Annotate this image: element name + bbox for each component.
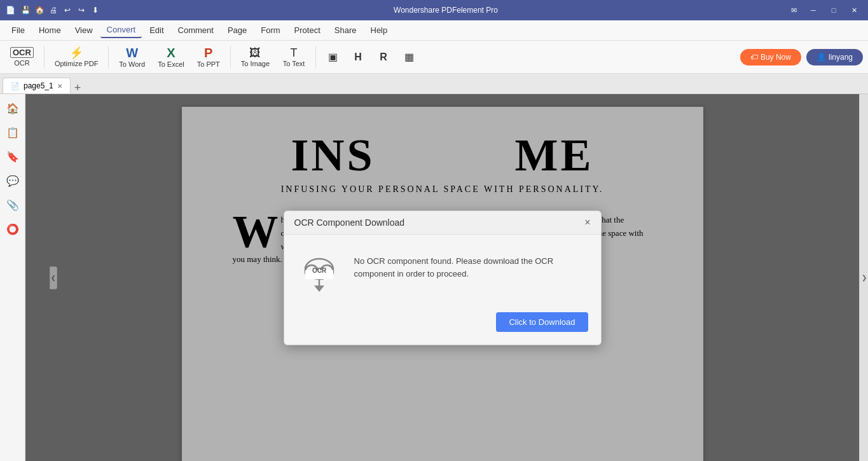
extra-btn-3[interactable]: R: [372, 43, 395, 71]
maximize-button[interactable]: □: [825, 4, 843, 17]
extra-icon-3: R: [380, 52, 387, 62]
left-panel-pages[interactable]: 📋: [4, 123, 22, 141]
undo-icon[interactable]: ↩: [62, 5, 72, 15]
extra-btn-1[interactable]: ▣: [321, 43, 344, 71]
settings-icon[interactable]: ⬇: [90, 5, 100, 15]
modal-close-button[interactable]: ×: [584, 217, 590, 228]
menu-file[interactable]: File: [5, 23, 31, 38]
svg-marker-7: [314, 286, 324, 292]
buy-now-button[interactable]: 🏷 Buy Now: [740, 49, 801, 65]
left-panel-attachments[interactable]: 📎: [4, 196, 22, 214]
title-bar-quick-access: 💾 🏠 🖨 ↩ ↪ ⬇: [20, 5, 100, 15]
svg-text:OCR: OCR: [312, 267, 326, 274]
content-area: INS ME INFUSING YOUR PERSONAL SPACE WITH…: [25, 94, 859, 461]
menu-share[interactable]: Share: [328, 23, 363, 38]
menu-page[interactable]: Page: [221, 23, 253, 38]
to-text-button[interactable]: T To Text: [277, 43, 310, 71]
excel-icon: X: [167, 46, 175, 59]
menu-home[interactable]: Home: [32, 23, 67, 38]
image-icon: 🖼: [249, 47, 261, 58]
close-button[interactable]: ✕: [845, 4, 863, 17]
tab-page5-1[interactable]: 📄 page5_1 ✕: [3, 78, 71, 93]
ocr-button[interactable]: OCR OCR: [5, 43, 39, 71]
to-image-button[interactable]: 🖼 To Image: [236, 43, 275, 71]
modal-footer: Click to Download: [284, 307, 601, 345]
cloud-ocr-icon: OCR: [300, 251, 338, 292]
user-icon: 👤: [816, 53, 826, 62]
extra-icon-1: ▣: [328, 52, 338, 62]
menu-convert[interactable]: Convert: [100, 22, 142, 38]
tab-bar: 📄 page5_1 ✕ +: [0, 74, 868, 94]
main-layout: 🏠 📋 🔖 💬 📎 ⭕ ❮ INS ME INFUSING YOUR PERSO…: [0, 94, 868, 461]
save-icon[interactable]: 💾: [20, 5, 31, 15]
toolbar-separator-3: [230, 46, 231, 69]
extra-btn-2[interactable]: H: [347, 43, 369, 71]
ocr-icon: OCR: [10, 47, 34, 58]
to-ppt-button[interactable]: P To PPT: [192, 43, 225, 71]
left-panel-comments[interactable]: 💬: [4, 172, 22, 189]
menu-edit[interactable]: Edit: [143, 23, 170, 38]
toolbar-separator-2: [108, 46, 109, 69]
window-controls: ✉ ─ □ ✕: [791, 4, 863, 17]
optimize-label: Optimize PDF: [55, 60, 98, 67]
word-icon: W: [126, 46, 138, 59]
right-collapse-button[interactable]: ❯: [859, 94, 868, 461]
extra-btn-4[interactable]: ▦: [397, 43, 420, 71]
to-excel-label: To Excel: [158, 60, 184, 68]
menu-help[interactable]: Help: [364, 23, 394, 38]
extra-icon-2: H: [354, 52, 362, 62]
new-tab-button[interactable]: +: [71, 82, 85, 93]
to-word-button[interactable]: W To Word: [114, 43, 150, 71]
toolbar-right: 🏷 Buy Now 👤 linyang: [740, 49, 863, 65]
title-bar: 📄 💾 🏠 🖨 ↩ ↪ ⬇ Wondershare PDFelement Pro…: [0, 0, 868, 20]
modal-message: No OCR component found. Please download …: [354, 250, 588, 282]
menu-comment[interactable]: Comment: [172, 23, 220, 38]
user-button[interactable]: 👤 linyang: [806, 49, 863, 65]
menu-form[interactable]: Form: [254, 23, 286, 38]
optimize-pdf-button[interactable]: ⚡ Optimize PDF: [50, 43, 103, 71]
left-panel-shapes[interactable]: ⭕: [4, 220, 22, 238]
toolbar: OCR OCR ⚡ Optimize PDF W To Word X To Ex…: [0, 41, 868, 74]
tab-close-button[interactable]: ✕: [57, 83, 62, 90]
click-to-download-button[interactable]: Click to Download: [496, 312, 588, 332]
buy-now-icon: 🏷: [750, 53, 758, 62]
ocr-label: OCR: [14, 59, 29, 67]
modal-title: OCR Component Download: [294, 217, 405, 228]
left-panel-bookmarks[interactable]: 🔖: [4, 148, 22, 165]
redo-icon[interactable]: ↪: [76, 5, 86, 15]
toolbar-separator: [44, 46, 45, 69]
menu-protect[interactable]: Protect: [288, 23, 327, 38]
title-bar-left: 📄 💾 🏠 🖨 ↩ ↪ ⬇: [5, 5, 100, 15]
tab-label: page5_1: [24, 81, 53, 90]
print-icon[interactable]: 🖨: [48, 5, 59, 15]
ocr-download-modal: OCR Component Download ×: [284, 210, 602, 345]
menu-bar: File Home View Convert Edit Comment Page…: [0, 20, 868, 41]
toolbar-separator-4: [315, 46, 316, 69]
to-word-label: To Word: [119, 60, 145, 68]
mail-icon[interactable]: ✉: [791, 6, 797, 15]
left-panel: 🏠 📋 🔖 💬 📎 ⭕: [0, 94, 25, 461]
modal-body: OCR No OCR component found. Please downl…: [284, 235, 601, 307]
text-icon: T: [291, 47, 298, 58]
modal-header: OCR Component Download ×: [284, 211, 601, 235]
modal-overlay: OCR Component Download ×: [25, 94, 859, 461]
to-excel-button[interactable]: X To Excel: [153, 43, 189, 71]
to-image-label: To Image: [241, 60, 270, 67]
extra-icon-4: ▦: [404, 52, 414, 62]
menu-view[interactable]: View: [69, 23, 99, 38]
home-icon[interactable]: 🏠: [34, 5, 45, 15]
tab-icon: 📄: [11, 82, 20, 90]
optimize-icon: ⚡: [69, 47, 83, 58]
left-panel-home[interactable]: 🏠: [4, 99, 22, 117]
app-icon: 📄: [5, 5, 15, 15]
to-ppt-label: To PPT: [197, 60, 220, 68]
modal-icon-area: OCR: [297, 250, 341, 294]
app-title: Wondershare PDFelement Pro: [100, 6, 791, 15]
to-text-label: To Text: [283, 60, 305, 67]
minimize-button[interactable]: ─: [804, 4, 822, 17]
ppt-icon: P: [204, 46, 212, 59]
